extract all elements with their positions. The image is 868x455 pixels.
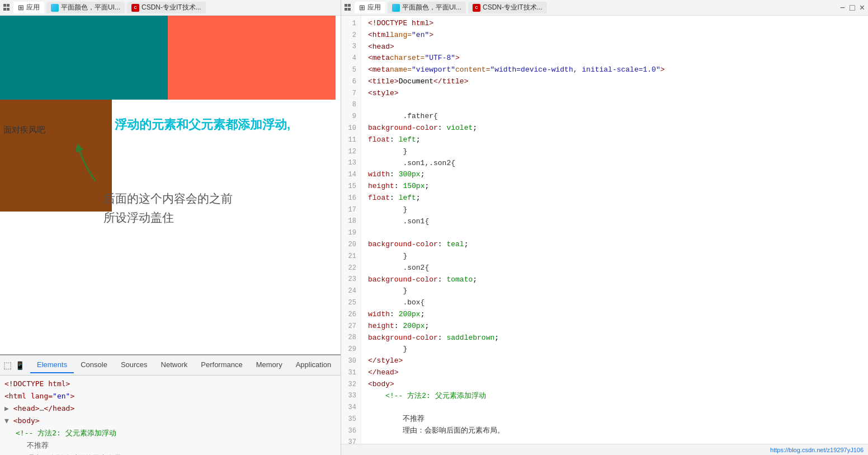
tab-console[interactable]: Console: [74, 357, 114, 373]
line-number: 26: [341, 309, 361, 321]
devtools-tabs: ⬚ 📱 Elements Console Sources Network Per…: [0, 355, 341, 376]
close-icon[interactable]: ×: [860, 3, 865, 13]
line-number: 3: [341, 41, 361, 53]
code-line: background-color: saddlebrown;: [368, 332, 868, 344]
code-line: <!DOCTYPE html>: [368, 18, 868, 30]
code-line: }: [368, 251, 868, 262]
line-number: 15: [341, 181, 361, 193]
left-tab-apps[interactable]: ⊞ 应用: [13, 2, 44, 13]
code-line: 不推荐: [368, 414, 868, 425]
line-number: 7: [341, 88, 361, 100]
code-line: [368, 227, 868, 239]
right-browser-topbar: ⊞ 应用 平面颜色，平面UI... C CSDN-专业IT技术... − □ ×: [341, 0, 868, 16]
devtools-icon-inspect[interactable]: ⬚: [3, 360, 12, 370]
line-number: 18: [341, 216, 361, 228]
code-line: float: left;: [368, 134, 868, 146]
left-tab-flat[interactable]: 平面颜色，平面UI...: [46, 2, 125, 13]
devtools-line-1: <!DOCTYPE html>: [4, 378, 336, 390]
code-line: background-color: violet;: [368, 123, 868, 134]
right-grid-icon: [345, 4, 352, 12]
code-line: .box{: [368, 297, 868, 309]
code-line: .son2{: [368, 262, 868, 274]
right-controls: − □ ×: [840, 3, 865, 13]
restore-icon[interactable]: □: [850, 3, 855, 13]
line-number: 5: [341, 64, 361, 76]
line-number: 33: [341, 391, 361, 402]
devtools-line-5: <!-- 方法2: 父元素添加浮动: [4, 427, 336, 439]
tab-network[interactable]: Network: [154, 357, 195, 373]
code-area: 1234567891011121314151617181920212223242…: [341, 16, 868, 444]
line-number: 17: [341, 204, 361, 216]
code-line: width: 300px;: [368, 169, 868, 181]
line-number: 11: [341, 134, 361, 146]
code-line: .father{: [368, 111, 868, 123]
devtools-line-2: <html lang="en">: [4, 390, 336, 402]
preview-main-text: 浮动的元素和父元素都添加浮动,: [115, 116, 290, 133]
code-line: background-color: tomato;: [368, 274, 868, 286]
line-number: 21: [341, 251, 361, 262]
code-line: width: 200px;: [368, 309, 868, 321]
tab-sources[interactable]: Sources: [114, 357, 154, 373]
code-line: height: 150px;: [368, 181, 868, 193]
code-line: <title>Document</title>: [368, 76, 868, 88]
devtools-line-4: ▼ <body>: [4, 415, 336, 427]
code-line: [368, 437, 868, 444]
code-content: <!DOCTYPE html><html lang="en"><head> <m…: [361, 16, 868, 444]
tab-application[interactable]: Application: [289, 357, 338, 373]
devtools-line-7: 理由：会影响后面的元素布局。: [4, 452, 336, 455]
line-number: 37: [341, 437, 361, 444]
code-panel: ⊞ 应用 平面颜色，平面UI... C CSDN-专业IT技术... − □ ×: [341, 0, 868, 455]
bottom-url-bar: https://blog.csdn.net/z19297yJ106: [341, 444, 868, 455]
preview-description: 后面的这个内容会的之前 所设浮动盖住: [103, 189, 233, 227]
right-csdn-favicon: C: [473, 4, 480, 12]
csdn-favicon: C: [131, 4, 139, 12]
left-tab-csdn[interactable]: C CSDN-专业IT技术...: [127, 2, 206, 13]
code-line: background-color: teal;: [368, 239, 868, 251]
code-line: <!-- 方法2: 父元素添加浮动: [368, 391, 868, 402]
bottom-url-text: https://blog.csdn.net/z19297yJ106: [770, 447, 864, 453]
preview-arrow: [73, 142, 103, 186]
line-number: 34: [341, 402, 361, 414]
grid-icon: [3, 4, 11, 12]
devtools-icon-device[interactable]: 📱: [15, 361, 25, 370]
right-apps-icon: ⊞: [359, 3, 365, 12]
line-number: 29: [341, 344, 361, 355]
code-line: height: 200px;: [368, 321, 868, 332]
line-number: 30: [341, 355, 361, 367]
line-number: 31: [341, 367, 361, 379]
right-tab-apps[interactable]: ⊞ 应用: [355, 2, 385, 13]
line-number: 25: [341, 297, 361, 309]
line-number: 16: [341, 193, 361, 204]
code-line: }: [368, 204, 868, 216]
devtools-panel: ⬚ 📱 Elements Console Sources Network Per…: [0, 354, 341, 455]
code-line: <body>: [368, 379, 868, 391]
line-number: 8: [341, 100, 361, 111]
right-tab-flat[interactable]: 平面颜色，平面UI...: [388, 2, 466, 13]
code-line: [368, 402, 868, 414]
code-line: }: [368, 285, 868, 297]
code-line: 理由：会影响后面的元素布局。: [368, 425, 868, 437]
code-line: .son1,.son2{: [368, 158, 868, 170]
devtools-line-6: 不推荐: [4, 439, 336, 452]
devtools-line-3: ▶ <head>…</head>: [4, 402, 336, 415]
line-number: 28: [341, 332, 361, 344]
tab-memory[interactable]: Memory: [249, 357, 289, 373]
code-line: <html lang="en">: [368, 30, 868, 41]
line-number: 12: [341, 146, 361, 158]
code-line: }: [368, 344, 868, 355]
line-number: 19: [341, 227, 361, 239]
tab-performance[interactable]: Performance: [194, 357, 249, 373]
line-number: 10: [341, 123, 361, 134]
code-line: </head>: [368, 367, 868, 379]
tab-elements[interactable]: Elements: [30, 357, 74, 373]
minimize-icon[interactable]: −: [840, 3, 845, 13]
code-line: }: [368, 146, 868, 158]
line-number: 32: [341, 379, 361, 391]
line-number: 35: [341, 414, 361, 425]
line-number: 2: [341, 30, 361, 41]
right-tab-csdn[interactable]: C CSDN-专业IT技术...: [468, 2, 547, 13]
teal-box: [0, 16, 168, 100]
tomato-box: [168, 16, 336, 100]
line-number: 36: [341, 425, 361, 437]
apps-icon: ⊞: [18, 3, 24, 12]
